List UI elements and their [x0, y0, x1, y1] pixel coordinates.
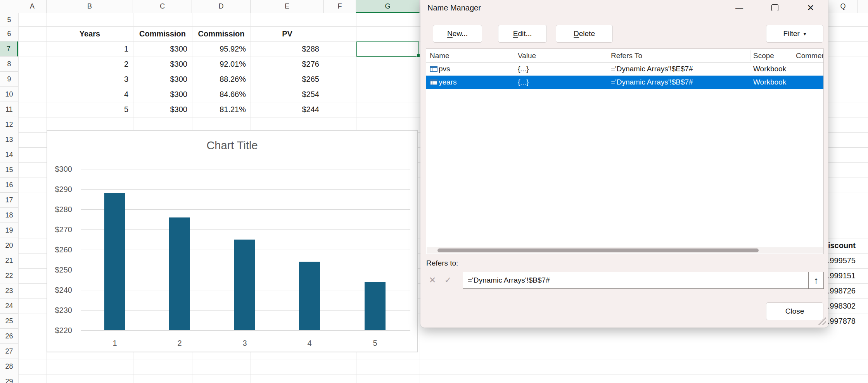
column-header-A[interactable]: A	[18, 0, 47, 13]
row-header-10[interactable]: 10	[0, 87, 18, 102]
nm-cell: ='Dynamic Arrays'!$E$7#	[611, 62, 693, 76]
table-range-icon	[430, 66, 437, 72]
nm-cell: Workbook	[753, 62, 786, 76]
nm-header-separator	[515, 50, 515, 61]
minimize-button[interactable]: —	[727, 0, 752, 16]
filter-button-label: Filter	[783, 29, 800, 38]
row-header-24[interactable]: 24	[0, 298, 18, 314]
column-header-F[interactable]: F	[324, 0, 356, 13]
close-button[interactable]: Close	[766, 302, 823, 320]
column-header-Q[interactable]: Q	[828, 0, 858, 13]
confirm-formula-button[interactable]: ✓	[441, 273, 455, 288]
row-header-19[interactable]: 19	[0, 223, 18, 238]
row-header-8[interactable]: 8	[0, 57, 18, 72]
row-header-26[interactable]: 26	[0, 329, 18, 344]
nm-header-separator	[608, 50, 608, 61]
chart-bar	[365, 282, 386, 330]
chart-gridline	[81, 169, 410, 169]
row-header-23[interactable]: 23	[0, 283, 18, 298]
row-header-12[interactable]: 12	[0, 117, 18, 132]
nm-cell: pvs	[439, 62, 450, 76]
chevron-down-icon: ▾	[804, 31, 806, 37]
nm-column-header-name[interactable]: Name	[430, 49, 450, 62]
nm-cell: years	[439, 76, 456, 89]
nm-column-header-refers-to[interactable]: Refers To	[611, 49, 642, 62]
chart-bar	[299, 262, 320, 330]
nm-column-header-scope[interactable]: Scope	[753, 49, 774, 62]
minimize-icon: —	[735, 3, 743, 12]
chart-gridline	[81, 209, 410, 210]
row-header-11[interactable]: 11	[0, 102, 18, 117]
nm-row-years[interactable]: years{...}='Dynamic Arrays'!$B$7#Workboo…	[426, 76, 823, 89]
chart-bar	[169, 217, 190, 330]
column-header-E[interactable]: E	[251, 0, 324, 13]
embedded-chart[interactable]: Chart Title 12345 $220$230$240$250$260$2…	[47, 130, 418, 352]
filter-button[interactable]: Filter ▾	[766, 25, 823, 43]
collapse-dialog-button[interactable]: ↑	[809, 272, 824, 289]
edit-button-label-rest: dit...	[518, 29, 532, 38]
y-axis-label: $240	[47, 285, 72, 295]
chart-gridline	[81, 229, 410, 230]
y-axis-label: $280	[47, 204, 72, 214]
column-header-G[interactable]: G	[356, 0, 420, 13]
row-header-9[interactable]: 9	[0, 72, 18, 87]
row-header-6[interactable]: 6	[0, 26, 18, 41]
chart-gridline	[81, 189, 410, 190]
row-header-5[interactable]: 5	[0, 13, 18, 26]
dialog-title: Name Manager	[427, 3, 481, 12]
row-headers: 5678910111213141516171819202122232425262…	[0, 0, 18, 383]
y-axis-label: $270	[47, 224, 72, 235]
y-axis-label: $220	[47, 325, 72, 335]
maximize-button[interactable]	[763, 0, 787, 16]
cancel-icon: ✕	[429, 275, 436, 285]
nm-list-header: NameValueRefers ToScopeComment	[426, 49, 823, 63]
close-window-button[interactable]: ✕	[798, 0, 823, 16]
row-header-15[interactable]: 15	[0, 162, 18, 178]
nm-column-header-comment[interactable]: Comment	[796, 49, 824, 62]
cancel-formula-button[interactable]: ✕	[425, 273, 440, 288]
row-header-16[interactable]: 16	[0, 178, 18, 193]
delete-button-label: D	[574, 29, 579, 38]
y-axis-label: $300	[47, 164, 72, 174]
delete-button[interactable]: Delete	[556, 25, 613, 43]
row-header-25[interactable]: 25	[0, 314, 18, 329]
new-button[interactable]: New...	[433, 25, 482, 43]
row-header-17[interactable]: 17	[0, 193, 18, 208]
new-button-label-rest: ew...	[453, 29, 468, 38]
column-header-C[interactable]: C	[133, 0, 192, 13]
fill-handle[interactable]	[417, 54, 420, 57]
row-header-13[interactable]: 13	[0, 132, 18, 147]
x-axis-label: 1	[99, 338, 130, 348]
refers-to-label: Refers to:	[426, 259, 458, 267]
chart-bar	[104, 193, 125, 330]
delete-button-label-rest: elete	[579, 29, 595, 38]
row-header-21[interactable]: 21	[0, 253, 18, 268]
up-arrow-icon: ↑	[814, 275, 819, 286]
nm-column-header-value[interactable]: Value	[518, 49, 536, 62]
scrollbar-thumb[interactable]	[437, 248, 759, 252]
table-range-icon	[430, 79, 437, 85]
row-header-7[interactable]: 7	[0, 41, 18, 57]
nm-cell: {...}	[518, 76, 529, 89]
x-axis-label: 5	[360, 338, 391, 348]
column-header-D[interactable]: D	[192, 0, 251, 13]
row-header-20[interactable]: 20	[0, 238, 18, 253]
nm-header-separator	[750, 50, 750, 61]
horizontal-scrollbar[interactable]	[427, 247, 823, 254]
column-header-B[interactable]: B	[47, 0, 133, 13]
x-axis-label: 2	[164, 338, 195, 348]
row-header-28[interactable]: 28	[0, 359, 18, 374]
row-header-27[interactable]: 27	[0, 344, 18, 359]
name-manager-dialog: Name Manager — ✕ New... Edit... Delete F…	[420, 0, 828, 328]
row-header-29[interactable]: 29	[0, 374, 18, 383]
row-header-14[interactable]: 14	[0, 147, 18, 162]
names-list: NameValueRefers ToScopeCommentpvs{...}='…	[426, 48, 824, 254]
active-cell-G7[interactable]	[356, 41, 419, 57]
row-header-22[interactable]: 22	[0, 268, 18, 283]
close-button-label: Close	[785, 307, 804, 316]
refers-to-input[interactable]	[463, 272, 809, 289]
edit-button[interactable]: Edit...	[498, 25, 547, 43]
nm-cell: ='Dynamic Arrays'!$B$7#	[611, 76, 693, 89]
nm-row-pvs[interactable]: pvs{...}='Dynamic Arrays'!$E$7#Workbook	[426, 62, 823, 76]
row-header-18[interactable]: 18	[0, 208, 18, 223]
